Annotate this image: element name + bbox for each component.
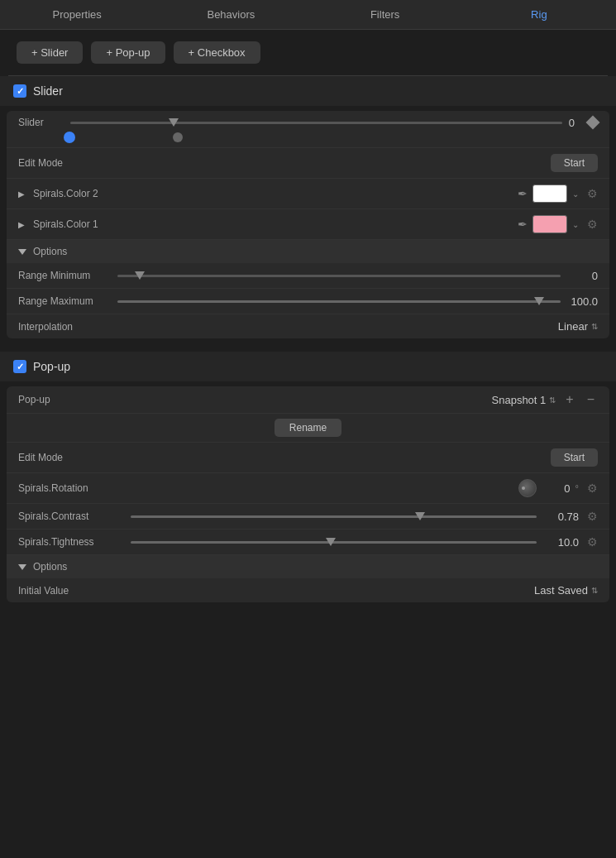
interpolation-arrows-icon[interactable]: ⇅ [591, 322, 598, 331]
add-checkbox-button[interactable]: + Checkbox [174, 41, 260, 64]
contrast-person-icon[interactable]: ⚙ [587, 510, 598, 523]
contrast-label: Spirals.Contrast [18, 510, 126, 522]
spirals-color1-row: ▶ Spirals.Color 1 ✒ ⌄ ⚙ [7, 209, 609, 240]
range-minimum-row: Range Minimum 0 [7, 263, 609, 289]
interpolation-row: Interpolation Linear ⇅ [7, 314, 609, 338]
range-min-thumb[interactable] [135, 271, 145, 280]
popup-row-label: Pop-up [18, 394, 64, 405]
add-buttons-row: + Slider + Pop-up + Checkbox [0, 30, 616, 75]
range-min-track[interactable] [117, 269, 561, 282]
slider-checkbox[interactable] [13, 84, 26, 98]
popup-edit-mode-row: Edit Mode Start [7, 443, 609, 473]
popup-options-triangle-icon [18, 564, 26, 570]
contrast-value: 0.78 [542, 510, 579, 523]
snapshot-up-down-icon[interactable]: ⇅ [549, 395, 556, 405]
popup-section-title: Pop-up [33, 360, 70, 373]
snapshot-selector[interactable]: Snapshot 1 ⇅ [492, 394, 556, 406]
initial-value-text: Last Saved [534, 584, 588, 597]
initial-value-selector[interactable]: Last Saved ⇅ [534, 584, 598, 597]
tightness-track[interactable] [131, 535, 537, 549]
slider-options-header[interactable]: Options [7, 240, 609, 263]
initial-value-label: Initial Value [18, 585, 69, 597]
color1-swatch[interactable] [532, 215, 567, 233]
tab-behaviors[interactable]: Behaviors [154, 0, 308, 29]
rename-row: Rename [7, 414, 609, 443]
contrast-track[interactable] [131, 510, 537, 523]
interpolation-label: Interpolation [18, 321, 73, 333]
color2-label: Spirals.Color 2 [33, 188, 513, 199]
range-max-value: 100.0 [561, 295, 598, 308]
range-min-value: 0 [561, 270, 598, 282]
color1-person-icon[interactable]: ⚙ [587, 218, 598, 231]
range-max-thumb[interactable] [534, 297, 544, 305]
contrast-thumb[interactable] [415, 512, 425, 520]
popup-panel: Pop-up Snapshot 1 ⇅ + − Rename Edit Mode… [7, 386, 609, 602]
rename-button[interactable]: Rename [275, 419, 341, 437]
rotation-value: 0 [542, 482, 571, 495]
snapshot-text: Snapshot 1 [492, 394, 547, 406]
slider-thumb-min[interactable] [169, 118, 179, 127]
rotation-person-icon[interactable]: ⚙ [587, 482, 598, 495]
slider-section-title: Slider [33, 84, 63, 98]
options-triangle-icon [18, 249, 26, 255]
range-max-track[interactable] [117, 295, 561, 308]
popup-edit-mode-label: Edit Mode [18, 452, 63, 463]
color1-chevron-icon[interactable]: ⌄ [572, 220, 579, 229]
tab-properties[interactable]: Properties [0, 0, 154, 29]
tightness-person-icon[interactable]: ⚙ [587, 535, 598, 549]
popup-section-header: Pop-up [0, 352, 616, 381]
interpolation-selector[interactable]: Linear ⇅ [558, 320, 598, 333]
rotation-label: Spirals.Rotation [18, 482, 513, 494]
section-gap-1 [0, 343, 616, 352]
range-min-label: Range Minimum [18, 270, 117, 281]
slider-value-row: Slider 0 [7, 111, 609, 148]
popup-options-header[interactable]: Options [7, 555, 609, 578]
slider-track[interactable] [70, 116, 562, 129]
slider-row-value: 0 [569, 117, 575, 129]
range-max-label: Range Maximum [18, 295, 117, 307]
popup-value-row: Pop-up Snapshot 1 ⇅ + − [7, 386, 609, 414]
slider-row-label: Slider [18, 117, 64, 128]
tab-filters[interactable]: Filters [308, 0, 462, 29]
spirals-color2-row: ▶ Spirals.Color 2 ✒ ⌄ ⚙ [7, 179, 609, 209]
tightness-label: Spirals.Tightness [18, 536, 126, 548]
slider-start-button[interactable]: Start [551, 154, 598, 172]
popup-start-button[interactable]: Start [551, 448, 598, 467]
popup-options-label: Options [33, 561, 67, 573]
rotation-unit: ° [575, 483, 579, 493]
initial-value-row: Initial Value Last Saved ⇅ [7, 578, 609, 602]
slider-diamond-icon[interactable] [586, 116, 600, 130]
color2-swatch[interactable] [532, 185, 567, 203]
color2-expand-arrow[interactable]: ▶ [18, 189, 28, 199]
add-popup-button[interactable]: + Pop-up [91, 41, 165, 64]
remove-snapshot-button[interactable]: − [584, 392, 598, 407]
add-snapshot-button[interactable]: + [562, 392, 576, 407]
add-slider-button[interactable]: + Slider [17, 41, 83, 64]
popup-checkbox[interactable] [13, 360, 26, 373]
color2-person-icon[interactable]: ⚙ [587, 187, 598, 200]
slider-options-label: Options [33, 246, 67, 257]
slider-panel: Slider 0 Edit Mode Start ▶ Spirals.Color… [7, 111, 609, 338]
interpolation-value: Linear [558, 320, 588, 333]
initial-value-arrows-icon[interactable]: ⇅ [591, 586, 598, 595]
slider-edit-mode-label: Edit Mode [18, 157, 63, 169]
spirals-tightness-row: Spirals.Tightness 10.0 ⚙ [7, 530, 609, 555]
rotation-dial[interactable] [518, 479, 537, 497]
tightness-value: 10.0 [542, 536, 579, 549]
slider-blue-handle[interactable] [64, 132, 75, 143]
tightness-thumb[interactable] [326, 538, 336, 546]
color1-label: Spirals.Color 1 [33, 218, 513, 230]
slider-gray-handle[interactable] [173, 132, 183, 142]
spirals-rotation-row: Spirals.Rotation 0 ° ⚙ [7, 473, 609, 504]
tab-bar: Properties Behaviors Filters Rig [0, 0, 616, 30]
spirals-contrast-row: Spirals.Contrast 0.78 ⚙ [7, 504, 609, 530]
range-maximum-row: Range Maximum 100.0 [7, 289, 609, 314]
tab-rig[interactable]: Rig [462, 0, 616, 29]
color1-expand-arrow[interactable]: ▶ [18, 220, 28, 229]
color2-eyedropper-icon[interactable]: ✒ [518, 187, 528, 200]
slider-edit-mode-row: Edit Mode Start [7, 148, 609, 179]
color1-eyedropper-icon[interactable]: ✒ [518, 218, 528, 231]
slider-section-header: Slider [0, 76, 616, 106]
color2-chevron-icon[interactable]: ⌄ [572, 189, 579, 199]
